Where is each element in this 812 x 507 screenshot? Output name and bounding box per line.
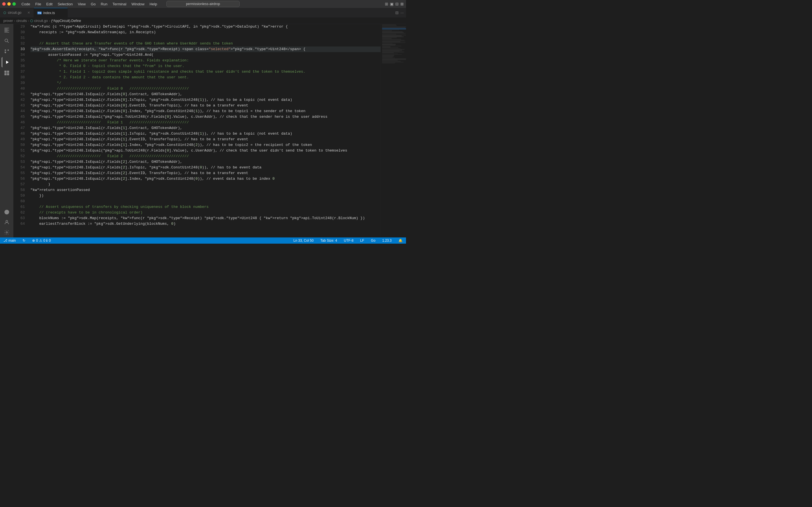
menu-code[interactable]: Code: [19, 1, 33, 7]
svg-point-8: [6, 232, 7, 233]
code-line-52: //////////////////// Field 2 ///////////…: [31, 154, 380, 159]
code-line-56: "pkg">api."type">Uint248.IsEqual(r.Field…: [31, 176, 380, 182]
tab-index-ts-label: index.ts: [43, 11, 55, 15]
maximize-button[interactable]: [12, 2, 16, 6]
code-line-38: * 2. Field 2 - data contains the amount …: [31, 75, 380, 80]
line-number-54: 54: [13, 165, 25, 170]
code-editor[interactable]: 2930313233343536373839404142434445464748…: [13, 24, 406, 237]
code-line-29: "kw">func (c *"type">AppCircuit) Define(…: [31, 24, 380, 30]
activity-search[interactable]: [2, 36, 12, 46]
version-label: 1.23.3: [382, 238, 392, 242]
status-branch[interactable]: ⎇ main: [2, 238, 17, 242]
language-label: Go: [371, 238, 375, 242]
close-button[interactable]: [2, 2, 6, 6]
menu-window[interactable]: Window: [129, 1, 147, 7]
menu-terminal[interactable]: Terminal: [110, 1, 129, 7]
line-number-44: 44: [13, 108, 25, 114]
status-language[interactable]: Go: [370, 238, 377, 242]
line-number-38: 38: [13, 75, 25, 80]
status-encoding[interactable]: UTF-8: [343, 238, 355, 242]
status-notifications[interactable]: 🔔: [397, 238, 404, 242]
line-number-32: 32: [13, 41, 25, 47]
tab-circuit-go-label: circuit.go: [8, 11, 21, 15]
status-errors[interactable]: ⊗ 0 ⚠ 0 ℹ 0: [31, 238, 52, 242]
minimize-button[interactable]: [7, 2, 11, 6]
breadcrumb-define[interactable]: (*AppCircuit).Define: [51, 19, 81, 23]
breadcrumb-prover[interactable]: prover: [3, 19, 13, 23]
line-number-37: 37: [13, 69, 25, 75]
line-number-52: 52: [13, 154, 25, 159]
code-line-40: //////////////////// Field 0 ///////////…: [31, 86, 380, 92]
layout-icon-1[interactable]: ⊞: [385, 2, 388, 6]
activity-run-debug[interactable]: [2, 57, 12, 67]
line-number-31: 31: [13, 35, 25, 41]
line-number-34: 34: [13, 52, 25, 58]
code-content[interactable]: "kw">func (c *"type">AppCircuit) Define(…: [28, 24, 380, 237]
activity-bar: [0, 24, 13, 237]
layout-icon-3[interactable]: ⊟: [395, 2, 399, 6]
line-number-42: 42: [13, 97, 25, 103]
code-line-31: [31, 35, 380, 41]
line-number-39: 39: [13, 80, 25, 86]
line-number-57: 57: [13, 182, 25, 187]
breadcrumb-circuits[interactable]: circuits: [16, 19, 27, 23]
minimap[interactable]: [380, 24, 406, 237]
line-numbers: 2930313233343536373839404142434445464748…: [13, 24, 28, 237]
code-line-48: "pkg">api."type">Uint248.IsEqual(r.Field…: [31, 131, 380, 136]
activity-settings[interactable]: [2, 227, 12, 237]
code-line-46: //////////////////// Field 1 ///////////…: [31, 120, 380, 125]
line-number-58: 58: [13, 187, 25, 193]
code-line-58: "kw">return assertionPassed: [31, 187, 380, 193]
line-ending-label: LF: [360, 238, 364, 242]
line-number-51: 51: [13, 148, 25, 154]
svg-rect-5: [7, 73, 9, 75]
activity-remote[interactable]: [2, 207, 12, 217]
menu-edit[interactable]: Edit: [44, 1, 55, 7]
more-actions-icon[interactable]: ···: [400, 10, 404, 15]
menu-view[interactable]: View: [75, 1, 88, 7]
menu-go[interactable]: Go: [89, 1, 98, 7]
layout-icon-2[interactable]: ▣: [390, 2, 394, 6]
line-number-48: 48: [13, 131, 25, 136]
breadcrumb-file-icon: ⬡: [30, 19, 33, 23]
activity-account[interactable]: [2, 217, 12, 227]
code-line-57: ): [31, 182, 380, 187]
activity-source-control[interactable]: [2, 47, 12, 57]
line-number-62: 62: [13, 210, 25, 216]
line-number-59: 59: [13, 193, 25, 199]
status-version[interactable]: 1.23.3: [381, 238, 393, 242]
code-line-47: "pkg">api."type">Uint248.IsEqual(r.Field…: [31, 125, 380, 131]
split-editor-icon[interactable]: ⊟: [395, 10, 399, 15]
code-line-36: * 0. Field 0 - topic1 checks that the "f…: [31, 63, 380, 69]
search-bar[interactable]: permissionless-airdrop: [166, 1, 240, 7]
line-number-63: 63: [13, 216, 25, 221]
activity-extensions[interactable]: [2, 68, 12, 78]
menu-help[interactable]: Help: [147, 1, 159, 7]
svg-line-1: [7, 41, 9, 43]
line-number-47: 47: [13, 125, 25, 131]
tabs-bar: ⬡ circuit.go ✕ TS index.ts ⊟ ···: [0, 8, 406, 18]
line-number-40: 40: [13, 86, 25, 92]
branch-icon: ⎇: [3, 238, 7, 242]
breadcrumb-circuit-go[interactable]: circuit.go: [34, 19, 48, 23]
warning-icon: ⚠: [39, 238, 42, 242]
layout-icon-4[interactable]: ⊠: [400, 2, 404, 6]
tab-circuit-go[interactable]: ⬡ circuit.go ✕: [0, 8, 34, 17]
activity-explorer[interactable]: [2, 25, 12, 35]
code-line-43: "pkg">api."type">Uint248.IsEqual(r.Field…: [31, 103, 380, 108]
status-cursor[interactable]: Ln 33, Col 50: [292, 238, 315, 242]
status-sync[interactable]: ↻: [21, 238, 27, 242]
status-line-ending[interactable]: LF: [359, 238, 365, 242]
menu-selection[interactable]: Selection: [55, 1, 75, 7]
menu-file[interactable]: File: [33, 1, 43, 7]
status-tab-size[interactable]: Tab Size: 4: [319, 238, 338, 242]
line-number-56: 56: [13, 176, 25, 182]
line-number-53: 53: [13, 159, 25, 165]
tab-circuit-go-close[interactable]: ✕: [28, 11, 30, 15]
tab-index-ts[interactable]: TS index.ts: [34, 8, 68, 17]
line-number-30: 30: [13, 30, 25, 35]
tab-size-label: Tab Size: 4: [320, 238, 337, 242]
code-line-63: blockNums := "pkg">sdk.Map(receipts, "kw…: [31, 216, 380, 221]
menu-run[interactable]: Run: [98, 1, 110, 7]
line-number-49: 49: [13, 136, 25, 142]
